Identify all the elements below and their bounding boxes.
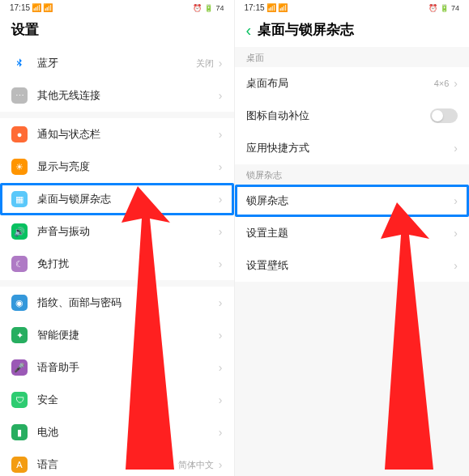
chevron-right-icon: › <box>219 128 223 141</box>
voice-icon: 🎤 <box>11 359 28 376</box>
item-value: 关闭 <box>196 57 214 70</box>
item-lockscreen-magazine[interactable]: 锁屏杂志 › <box>235 185 470 217</box>
chevron-right-icon: › <box>454 194 458 207</box>
wifi-icon: 📶 <box>43 3 53 12</box>
item-value: 4×6 <box>434 79 450 88</box>
item-set-wallpaper[interactable]: 设置壁纸 › <box>235 249 470 282</box>
battery-icon: 🔋 <box>204 4 213 12</box>
item-label: 桌面布局 <box>246 76 434 91</box>
item-label: 语言 <box>37 457 178 472</box>
item-label: 图标自动补位 <box>246 108 431 123</box>
divider <box>0 112 234 118</box>
empty-area <box>235 282 470 476</box>
chevron-right-icon: › <box>219 225 223 238</box>
chevron-right-icon: › <box>219 361 223 374</box>
section-header-lockscreen: 锁屏杂志 <box>235 164 470 185</box>
battery-percent: 74 <box>215 4 224 12</box>
item-label: 其他无线连接 <box>37 88 219 103</box>
security-icon: 🛡 <box>11 392 28 408</box>
item-dnd[interactable]: ☾ 免打扰 › <box>0 248 234 280</box>
item-sound[interactable]: 🔊 声音与振动 › <box>0 215 234 248</box>
chevron-right-icon: › <box>219 193 223 206</box>
item-notifications[interactable]: ● 通知与状态栏 › <box>0 118 234 151</box>
status-bar: 17:15 📶 📶 ⏰ 🔋 74 <box>235 0 470 14</box>
notification-icon: ● <box>11 126 28 142</box>
smart-icon: ✦ <box>11 327 28 343</box>
signal-icon: 📶 <box>266 3 276 12</box>
item-bluetooth[interactable]: 蓝牙 关闭 › <box>0 47 234 79</box>
chevron-right-icon: › <box>219 329 223 342</box>
desktop-lockscreen-settings-screen: 17:15 📶 📶 ⏰ 🔋 74 ‹ 桌面与锁屏杂志 桌面 桌面布局 4×6 ›… <box>235 0 470 476</box>
status-bar: 17:15 📶 📶 ⏰ 🔋 74 <box>0 0 234 14</box>
item-desktop-lockscreen[interactable]: ▦ 桌面与锁屏杂志 › <box>0 183 234 215</box>
item-set-theme[interactable]: 设置主题 › <box>235 217 470 249</box>
item-label: 显示与亮度 <box>37 159 219 174</box>
item-display[interactable]: ☀ 显示与亮度 › <box>0 151 234 183</box>
chevron-right-icon: › <box>219 257 223 270</box>
chevron-right-icon: › <box>219 296 223 309</box>
sound-icon: 🔊 <box>11 223 28 240</box>
item-label: 桌面与锁屏杂志 <box>37 192 219 206</box>
header: ‹ 桌面与锁屏杂志 <box>235 14 470 47</box>
chevron-right-icon: › <box>219 89 223 102</box>
item-smart[interactable]: ✦ 智能便捷 › <box>0 319 234 351</box>
item-label: 免打扰 <box>37 257 219 271</box>
toggle-switch[interactable] <box>430 108 458 123</box>
item-label: 声音与振动 <box>37 224 219 239</box>
item-desktop-layout[interactable]: 桌面布局 4×6 › <box>235 67 470 100</box>
chevron-right-icon: › <box>454 227 458 240</box>
page-title: 设置 <box>11 20 39 39</box>
settings-screen: 17:15 📶 📶 ⏰ 🔋 74 设置 蓝牙 关闭 › ⋯ 其他无线连接 › <box>0 0 235 476</box>
item-wireless[interactable]: ⋯ 其他无线连接 › <box>0 79 234 112</box>
item-value: 简体中文 <box>178 459 214 471</box>
signal-icon: 📶 <box>32 3 41 12</box>
divider <box>0 280 234 287</box>
item-battery[interactable]: ▮ 电池 › <box>0 416 234 448</box>
item-label: 语音助手 <box>37 360 219 375</box>
alarm-icon: ⏰ <box>193 4 202 12</box>
battery-icon: ▮ <box>11 424 28 440</box>
chevron-right-icon: › <box>219 426 223 439</box>
item-label: 设置壁纸 <box>246 258 454 273</box>
item-label: 应用快捷方式 <box>246 141 454 155</box>
item-app-shortcut[interactable]: 应用快捷方式 › <box>235 132 470 164</box>
item-label: 锁屏杂志 <box>246 193 454 208</box>
status-time: 17:15 <box>245 3 265 12</box>
alarm-icon: ⏰ <box>428 4 437 12</box>
item-label: 安全 <box>37 393 219 407</box>
item-label: 设置主题 <box>246 226 454 240</box>
battery-percent: 74 <box>451 4 459 12</box>
desktop-icon: ▦ <box>11 191 28 207</box>
bluetooth-icon <box>11 55 28 71</box>
item-icon-autofill[interactable]: 图标自动补位 <box>235 100 470 132</box>
chevron-right-icon: › <box>219 57 223 70</box>
chevron-right-icon: › <box>219 458 223 471</box>
wireless-icon: ⋯ <box>11 87 28 104</box>
item-fingerprint[interactable]: ◉ 指纹、面部与密码 › <box>0 287 234 319</box>
item-label: 通知与状态栏 <box>37 127 219 142</box>
language-icon: A <box>11 457 28 473</box>
item-label: 蓝牙 <box>37 56 196 70</box>
header: 设置 <box>0 14 234 47</box>
battery-icon: 🔋 <box>440 4 449 12</box>
item-label: 指纹、面部与密码 <box>37 295 219 310</box>
item-label: 电池 <box>37 425 219 440</box>
chevron-right-icon: › <box>454 259 458 272</box>
chevron-right-icon: › <box>454 142 458 155</box>
status-time: 17:15 <box>10 3 30 12</box>
item-language[interactable]: A 语言 简体中文 › <box>0 448 234 476</box>
chevron-right-icon: › <box>219 393 223 406</box>
fingerprint-icon: ◉ <box>11 295 28 311</box>
back-button[interactable]: ‹ <box>246 22 252 38</box>
item-label: 智能便捷 <box>37 328 219 342</box>
wifi-icon: 📶 <box>278 3 288 12</box>
chevron-right-icon: › <box>454 77 458 90</box>
dnd-icon: ☾ <box>11 256 28 272</box>
section-header-desktop: 桌面 <box>235 47 470 67</box>
item-security[interactable]: 🛡 安全 › <box>0 384 234 416</box>
display-icon: ☀ <box>11 159 28 175</box>
item-voice[interactable]: 🎤 语音助手 › <box>0 351 234 384</box>
chevron-right-icon: › <box>219 160 223 173</box>
page-title: 桌面与锁屏杂志 <box>258 20 354 39</box>
